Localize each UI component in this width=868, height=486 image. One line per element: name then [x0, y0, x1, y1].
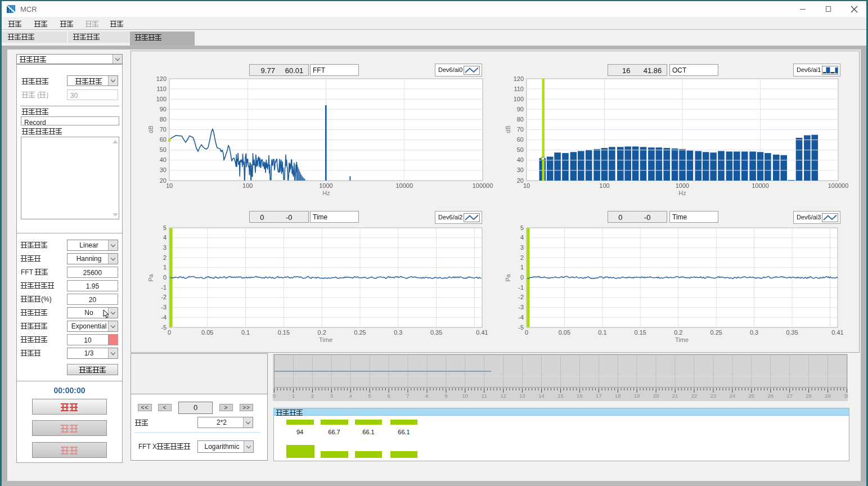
svg-text:dB: dB: [147, 125, 154, 133]
svg-text:0.3: 0.3: [394, 329, 402, 336]
svg-text:-2: -2: [161, 294, 167, 300]
svg-text:Time: Time: [675, 336, 689, 343]
svg-text:3: 3: [520, 244, 524, 251]
svg-text:0.35: 0.35: [786, 329, 798, 336]
svg-text:5: 5: [520, 224, 524, 231]
svg-text:60: 60: [517, 136, 524, 143]
svg-text:0.2: 0.2: [674, 329, 682, 336]
svg-text:-1: -1: [518, 284, 524, 291]
svg-text:80: 80: [517, 116, 524, 123]
svg-text:5: 5: [163, 224, 167, 231]
svg-text:16: 16: [577, 393, 583, 399]
svg-text:10000: 10000: [752, 182, 769, 189]
svg-text:30: 30: [844, 393, 848, 399]
svg-text:2: 2: [311, 393, 314, 399]
svg-text:100000: 100000: [473, 182, 493, 189]
svg-text:-5: -5: [518, 324, 524, 331]
svg-text:27: 27: [786, 393, 793, 399]
svg-text:40: 40: [160, 156, 167, 163]
svg-text:0.35: 0.35: [430, 329, 442, 336]
svg-text:1000: 1000: [676, 182, 689, 189]
svg-text:0.1: 0.1: [241, 329, 250, 336]
svg-text:100: 100: [242, 182, 253, 189]
svg-text:1: 1: [163, 264, 167, 271]
svg-text:11: 11: [482, 393, 487, 399]
svg-text:0.05: 0.05: [201, 329, 213, 336]
svg-text:3: 3: [163, 244, 167, 251]
svg-text:0.1: 0.1: [598, 329, 606, 336]
svg-text:70: 70: [160, 126, 167, 133]
svg-text:60: 60: [160, 136, 167, 143]
svg-text:10: 10: [462, 393, 469, 399]
svg-text:-4: -4: [161, 314, 167, 321]
svg-text:0.41: 0.41: [476, 329, 488, 336]
svg-text:-3: -3: [161, 304, 167, 310]
svg-text:0.41: 0.41: [831, 329, 843, 336]
svg-text:1: 1: [520, 264, 524, 271]
svg-text:3: 3: [330, 393, 333, 399]
svg-text:10: 10: [523, 182, 530, 189]
svg-text:13: 13: [519, 393, 525, 399]
svg-text:7: 7: [406, 393, 409, 399]
svg-text:0: 0: [520, 274, 524, 281]
svg-text:25: 25: [749, 393, 755, 399]
svg-text:-1: -1: [161, 284, 167, 291]
svg-text:40: 40: [517, 156, 524, 163]
svg-text:110: 110: [514, 86, 524, 92]
svg-text:100: 100: [599, 182, 609, 189]
svg-text:0.2: 0.2: [318, 329, 326, 336]
svg-text:28: 28: [806, 393, 812, 399]
svg-text:0.15: 0.15: [635, 329, 646, 336]
svg-text:2: 2: [163, 254, 167, 261]
svg-text:0: 0: [163, 274, 167, 281]
svg-text:0: 0: [273, 393, 276, 399]
svg-text:20: 20: [653, 393, 659, 399]
svg-text:100: 100: [156, 96, 167, 102]
svg-text:0.15: 0.15: [278, 329, 290, 336]
svg-text:4: 4: [163, 234, 167, 241]
svg-text:120: 120: [156, 75, 167, 82]
svg-text:Time: Time: [319, 336, 332, 343]
svg-text:12: 12: [500, 393, 506, 399]
svg-text:0.05: 0.05: [559, 329, 570, 336]
svg-text:Hz: Hz: [322, 190, 330, 196]
svg-text:100: 100: [514, 96, 524, 102]
svg-text:17: 17: [596, 393, 602, 399]
svg-text:0.3: 0.3: [750, 329, 758, 336]
svg-text:15: 15: [557, 393, 564, 399]
svg-text:0: 0: [525, 329, 528, 336]
svg-text:80: 80: [160, 116, 167, 123]
svg-text:-2: -2: [518, 294, 524, 300]
svg-text:1000: 1000: [319, 182, 332, 189]
svg-text:30: 30: [517, 166, 524, 173]
svg-text:50: 50: [160, 146, 167, 153]
svg-text:0.25: 0.25: [354, 329, 366, 336]
svg-text:50: 50: [517, 146, 524, 153]
svg-text:70: 70: [517, 126, 524, 133]
svg-text:0.25: 0.25: [710, 329, 722, 336]
svg-text:5: 5: [368, 393, 371, 399]
svg-text:30: 30: [160, 166, 167, 173]
svg-text:120: 120: [514, 75, 524, 82]
svg-text:dB: dB: [505, 125, 511, 133]
svg-text:2: 2: [520, 254, 524, 261]
svg-text:90: 90: [517, 106, 524, 112]
svg-text:21: 21: [672, 393, 678, 399]
svg-text:29: 29: [825, 393, 831, 399]
svg-text:10000: 10000: [396, 182, 413, 189]
svg-text:-3: -3: [518, 304, 524, 310]
svg-text:110: 110: [156, 86, 167, 92]
svg-text:Pa: Pa: [505, 273, 511, 281]
svg-text:6: 6: [387, 393, 390, 399]
svg-text:22: 22: [691, 393, 698, 399]
svg-text:Pa: Pa: [147, 273, 154, 281]
svg-text:4: 4: [520, 234, 524, 241]
svg-text:8: 8: [425, 393, 428, 399]
svg-text:0: 0: [168, 329, 171, 336]
svg-text:4: 4: [349, 393, 352, 399]
svg-text:100000: 100000: [828, 182, 849, 189]
svg-text:14: 14: [538, 393, 545, 399]
svg-text:24: 24: [730, 393, 736, 399]
svg-text:23: 23: [710, 393, 717, 399]
svg-text:1: 1: [292, 393, 295, 399]
